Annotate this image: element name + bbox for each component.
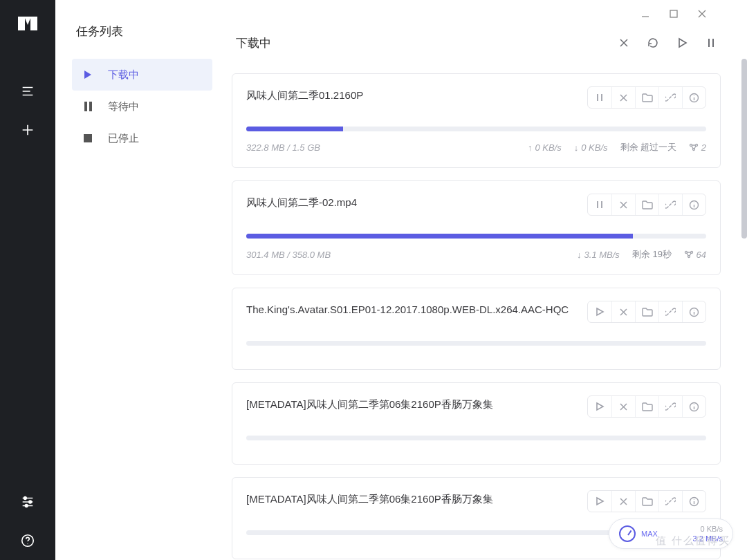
- time-remaining: 剩余 19秒: [632, 248, 672, 261]
- svg-point-4: [27, 543, 28, 544]
- task-folder-button[interactable]: [635, 194, 658, 215]
- sidebar-item-label: 等待中: [108, 100, 139, 113]
- task-card: 风味人间第二季01.2160P322.8 MB / 1.5 GB↑0 KB/s↓…: [232, 73, 721, 168]
- rail-help-icon[interactable]: [0, 521, 55, 560]
- speed-mode: MAX: [641, 529, 658, 539]
- task-actions: [587, 490, 706, 512]
- rail-add[interactable]: [0, 111, 55, 149]
- task-actions: [587, 86, 706, 109]
- task-info-button[interactable]: [682, 491, 706, 512]
- task-play-button[interactable]: [588, 396, 611, 417]
- task-name: 风味人间第二季01.2160P: [246, 86, 587, 104]
- minimize-icon[interactable]: [640, 9, 650, 19]
- task-card: [METADATA]风味人间第二季第06集2160P香肠万象集: [232, 382, 721, 465]
- speed-indicator[interactable]: MAX 0 KB/s 3.2 MB/s: [609, 519, 733, 549]
- speed-down: 3.2 MB/s: [693, 534, 723, 543]
- page-title: 下载中: [236, 35, 607, 51]
- progress-bar: [246, 234, 706, 239]
- scrollbar[interactable]: [741, 59, 747, 239]
- task-name: 风味人间第二季-02.mp4: [246, 194, 587, 212]
- task-folder-button[interactable]: [635, 87, 658, 108]
- task-pause-button[interactable]: [588, 87, 611, 108]
- window-controls: [232, 0, 723, 28]
- task-card: 风味人间第二季-02.mp4301.4 MB / 358.0 MB↓3.1 MB…: [232, 180, 721, 275]
- resume-all-button[interactable]: [670, 30, 694, 55]
- progress-bar: [246, 341, 706, 346]
- task-info-button[interactable]: [682, 396, 706, 417]
- time-remaining: 剩余 超过一天: [620, 141, 677, 153]
- svg-point-0: [24, 497, 27, 500]
- task-name: [METADATA]风味人间第二季第06集2160P香肠万象集: [246, 395, 587, 413]
- stop-icon: [82, 134, 94, 142]
- svg-point-1: [29, 501, 32, 503]
- refresh-button[interactable]: [640, 30, 665, 55]
- task-pause-button[interactable]: [588, 194, 611, 215]
- pause-icon: [82, 102, 94, 111]
- main: 下载中 风味人间第二季01.2160P322.8 MB / 1.5 GB↑0 K…: [232, 0, 747, 560]
- task-play-button[interactable]: [588, 301, 611, 322]
- clear-button[interactable]: [611, 30, 636, 55]
- app-logo: [18, 17, 37, 30]
- task-size: 322.8 MB / 1.5 GB: [246, 142, 515, 153]
- maximize-icon[interactable]: [670, 10, 678, 18]
- task-folder-button[interactable]: [635, 301, 658, 322]
- task-name: The.King's.Avatar.S01.EP01-12.2017.1080p…: [246, 301, 587, 319]
- progress-bar: [246, 127, 706, 131]
- task-remove-button[interactable]: [611, 301, 635, 322]
- sidebar-item-downloading[interactable]: 下载中: [72, 59, 212, 91]
- task-info-button[interactable]: [682, 87, 706, 108]
- peer-count: 2: [689, 142, 706, 153]
- task-remove-button[interactable]: [611, 491, 635, 512]
- svg-rect-5: [670, 10, 677, 17]
- sidebar-item-waiting[interactable]: 等待中: [72, 91, 212, 122]
- task-actions: [587, 395, 706, 418]
- task-actions: [587, 194, 706, 216]
- task-remove-button[interactable]: [611, 87, 635, 108]
- task-size: 301.4 MB / 358.0 MB: [246, 250, 564, 260]
- task-folder-button[interactable]: [635, 396, 658, 417]
- task-link-button[interactable]: [658, 301, 682, 322]
- page-header: 下载中: [232, 28, 723, 73]
- nav-rail: [0, 0, 55, 560]
- peer-count: 64: [684, 250, 706, 260]
- task-link-button[interactable]: [658, 87, 682, 108]
- task-folder-button[interactable]: [635, 491, 658, 512]
- play-icon: [82, 71, 94, 79]
- upload-speed: ↑0 KB/s: [528, 142, 562, 153]
- task-list: 风味人间第二季01.2160P322.8 MB / 1.5 GB↑0 KB/s↓…: [232, 73, 723, 560]
- sidebar-item-stopped[interactable]: 已停止: [72, 122, 212, 154]
- speed-up: 0 KB/s: [693, 524, 723, 534]
- task-link-button[interactable]: [658, 396, 682, 417]
- task-play-button[interactable]: [588, 491, 611, 512]
- sidebar-item-label: 已停止: [108, 132, 139, 145]
- download-speed: ↓3.1 MB/s: [577, 250, 620, 260]
- progress-bar: [246, 436, 706, 440]
- task-info-button[interactable]: [682, 194, 706, 215]
- gauge-icon: [619, 525, 636, 542]
- sidebar-title: 任务列表: [72, 24, 212, 39]
- task-remove-button[interactable]: [611, 396, 635, 417]
- svg-point-2: [25, 505, 28, 507]
- task-actions: [587, 301, 706, 323]
- rail-tasks[interactable]: [0, 72, 55, 111]
- sidebar: 任务列表 下载中 等待中 已停止: [55, 0, 232, 560]
- task-name: [METADATA]风味人间第二季第06集2160P香肠万象集: [246, 490, 587, 508]
- task-info-button[interactable]: [682, 301, 706, 322]
- task-remove-button[interactable]: [611, 194, 635, 215]
- task-card: The.King's.Avatar.S01.EP01-12.2017.1080p…: [232, 288, 721, 370]
- rail-settings-icon[interactable]: [0, 483, 55, 521]
- sidebar-item-label: 下载中: [108, 68, 139, 82]
- task-link-button[interactable]: [658, 491, 682, 512]
- download-speed: ↓0 KB/s: [574, 142, 608, 153]
- task-link-button[interactable]: [658, 194, 682, 215]
- close-icon[interactable]: [697, 9, 707, 19]
- pause-all-button[interactable]: [699, 30, 723, 55]
